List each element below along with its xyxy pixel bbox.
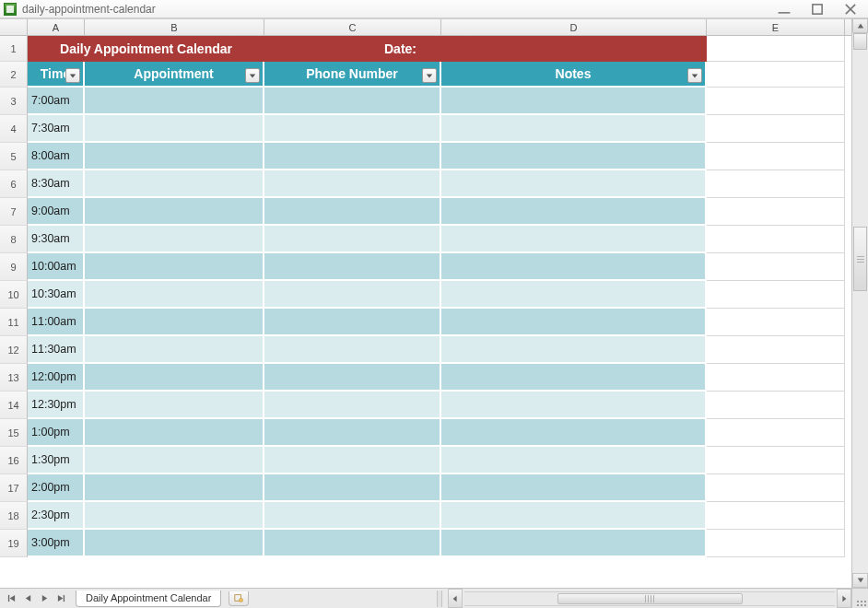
notes-cell[interactable] xyxy=(441,336,707,364)
notes-cell[interactable] xyxy=(441,309,707,336)
appointment-cell[interactable] xyxy=(85,88,264,115)
vertical-scrollbar[interactable] xyxy=(851,18,868,588)
time-cell[interactable]: 10:00am xyxy=(28,253,85,281)
notes-cell[interactable] xyxy=(441,474,707,502)
cell-blank[interactable] xyxy=(707,530,845,557)
spreadsheet-grid[interactable]: A B C D E 1Daily Appointment CalendarDat… xyxy=(0,18,851,588)
notes-cell[interactable] xyxy=(441,226,707,253)
close-button[interactable] xyxy=(842,3,859,16)
cell-blank[interactable] xyxy=(707,198,845,226)
phone-cell[interactable] xyxy=(264,364,441,392)
phone-cell[interactable] xyxy=(264,447,441,474)
row-header[interactable]: 19 xyxy=(0,530,28,557)
tab-scroll-splitter[interactable] xyxy=(437,590,442,607)
time-cell[interactable]: 2:00pm xyxy=(28,474,85,502)
row-header[interactable]: 1 xyxy=(0,36,28,62)
appointment-cell[interactable] xyxy=(85,447,264,474)
sheet-tab-active[interactable]: Daily Appointment Calendar xyxy=(76,590,221,607)
restore-button[interactable] xyxy=(809,3,826,16)
header-appointment[interactable]: Appointment xyxy=(85,62,264,88)
cell-blank[interactable] xyxy=(707,170,845,198)
appointment-cell[interactable] xyxy=(85,392,264,419)
time-cell[interactable]: 3:00pm xyxy=(28,530,85,557)
time-cell[interactable]: 8:00am xyxy=(28,143,85,170)
time-cell[interactable]: 11:00am xyxy=(28,309,85,336)
cell-blank[interactable] xyxy=(707,88,845,115)
phone-cell[interactable] xyxy=(264,253,441,281)
scroll-thumb[interactable] xyxy=(853,227,867,291)
phone-cell[interactable] xyxy=(264,392,441,419)
notes-cell[interactable] xyxy=(441,198,707,226)
row-header[interactable]: 16 xyxy=(0,447,28,474)
phone-cell[interactable] xyxy=(264,309,441,336)
appointment-cell[interactable] xyxy=(85,336,264,364)
row-header[interactable]: 11 xyxy=(0,309,28,336)
appointment-cell[interactable] xyxy=(85,170,264,198)
appointment-cell[interactable] xyxy=(85,281,264,309)
resize-grip[interactable] xyxy=(851,588,868,608)
filter-dropdown-button[interactable] xyxy=(687,68,702,83)
appointment-cell[interactable] xyxy=(85,474,264,502)
row-header[interactable]: 15 xyxy=(0,419,28,447)
phone-cell[interactable] xyxy=(264,88,441,115)
header-phone[interactable]: Phone Number xyxy=(264,62,441,88)
time-cell[interactable]: 10:30am xyxy=(28,281,85,309)
cell-blank[interactable] xyxy=(707,474,845,502)
select-all-corner[interactable] xyxy=(0,19,28,35)
appointment-cell[interactable] xyxy=(85,530,264,557)
appointment-cell[interactable] xyxy=(85,364,264,392)
row-header[interactable]: 6 xyxy=(0,170,28,198)
row-header[interactable]: 8 xyxy=(0,226,28,253)
row-header[interactable]: 2 xyxy=(0,62,28,88)
time-cell[interactable]: 8:30am xyxy=(28,170,85,198)
appointment-cell[interactable] xyxy=(85,253,264,281)
cell-blank[interactable] xyxy=(707,336,845,364)
notes-cell[interactable] xyxy=(441,88,707,115)
phone-cell[interactable] xyxy=(264,419,441,447)
cell-blank[interactable] xyxy=(707,309,845,336)
filter-dropdown-button[interactable] xyxy=(65,68,80,83)
notes-cell[interactable] xyxy=(441,502,707,530)
sheet-nav-next[interactable] xyxy=(37,591,52,606)
split-handle[interactable] xyxy=(853,33,867,50)
col-header-B[interactable]: B xyxy=(85,19,264,35)
cell-blank[interactable] xyxy=(707,253,845,281)
cell-E1[interactable] xyxy=(707,36,845,62)
title-cell[interactable]: Daily Appointment Calendar xyxy=(28,36,264,62)
row-header[interactable]: 14 xyxy=(0,392,28,419)
appointment-cell[interactable] xyxy=(85,115,264,143)
sheet-nav-prev[interactable] xyxy=(20,591,35,606)
col-header-D[interactable]: D xyxy=(441,19,707,35)
phone-cell[interactable] xyxy=(264,474,441,502)
row-header[interactable]: 5 xyxy=(0,143,28,170)
time-cell[interactable]: 7:30am xyxy=(28,115,85,143)
notes-cell[interactable] xyxy=(441,447,707,474)
date-label-cell[interactable]: Date: xyxy=(264,36,707,62)
cell-blank[interactable] xyxy=(707,419,845,447)
row-header[interactable]: 17 xyxy=(0,474,28,502)
notes-cell[interactable] xyxy=(441,253,707,281)
scroll-track[interactable] xyxy=(852,33,868,573)
phone-cell[interactable] xyxy=(264,226,441,253)
cell-blank[interactable] xyxy=(707,143,845,170)
cell-blank[interactable] xyxy=(707,281,845,309)
notes-cell[interactable] xyxy=(441,115,707,143)
time-cell[interactable]: 11:30am xyxy=(28,336,85,364)
appointment-cell[interactable] xyxy=(85,226,264,253)
header-notes[interactable]: Notes xyxy=(441,62,707,88)
time-cell[interactable]: 7:00am xyxy=(28,88,85,115)
appointment-cell[interactable] xyxy=(85,143,264,170)
hscroll-thumb[interactable] xyxy=(557,593,743,604)
cell-blank[interactable] xyxy=(707,392,845,419)
time-cell[interactable]: 12:30pm xyxy=(28,392,85,419)
cell-blank[interactable] xyxy=(707,226,845,253)
time-cell[interactable]: 9:30am xyxy=(28,226,85,253)
time-cell[interactable]: 12:00pm xyxy=(28,364,85,392)
new-sheet-button[interactable] xyxy=(229,591,249,606)
sheet-nav-first[interactable] xyxy=(4,591,18,606)
time-cell[interactable]: 2:30pm xyxy=(28,502,85,530)
row-header[interactable]: 18 xyxy=(0,502,28,530)
scroll-down-button[interactable] xyxy=(852,573,868,588)
time-cell[interactable]: 1:00pm xyxy=(28,419,85,447)
row-header[interactable]: 4 xyxy=(0,115,28,143)
